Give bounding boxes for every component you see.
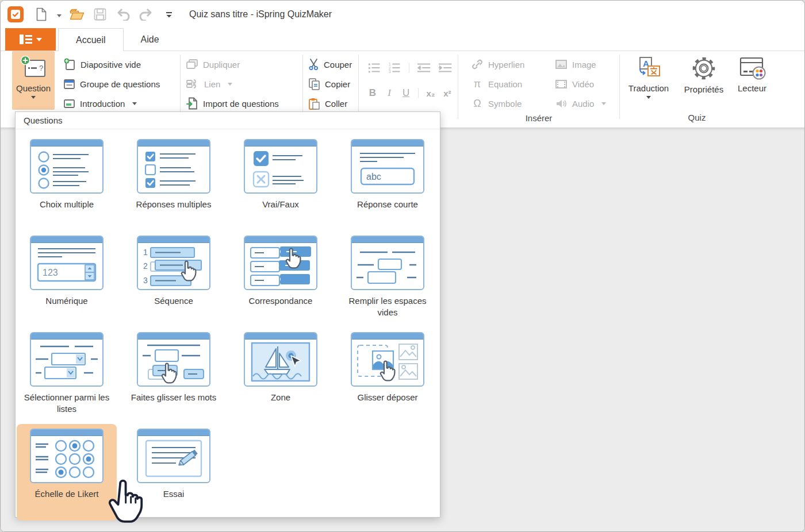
symbole-button: Ω Symbole xyxy=(466,94,546,113)
tile-remplir-espaces-vides[interactable]: Remplir les espaces vides xyxy=(338,231,438,327)
new-document-button[interactable] xyxy=(34,7,49,22)
title-bar: Quiz sans titre - iSpring QuizMaker xyxy=(1,1,804,28)
import-icon xyxy=(186,97,198,110)
omega-icon: Ω xyxy=(471,98,483,110)
choix-multiple-icon xyxy=(30,139,103,194)
equation-button: π Equation xyxy=(466,74,546,94)
tab-row: Accueil Aide xyxy=(1,28,804,51)
app-window: Quiz sans titre - iSpring QuizMaker Accu… xyxy=(0,0,805,532)
svg-text:?: ? xyxy=(39,64,43,72)
decrease-indent-icon xyxy=(417,63,431,73)
insert-group: Hyperlien π Equation Ω Symbole Image xyxy=(458,51,619,127)
sequence-icon: 1 2 3 xyxy=(137,236,210,290)
link-icon xyxy=(186,79,199,88)
diapositive-vide-button[interactable]: Diapositive vide xyxy=(58,55,180,74)
chevron-down-icon xyxy=(132,102,137,105)
blank-slide-icon xyxy=(64,58,75,71)
tab-accueil[interactable]: Accueil xyxy=(58,28,124,51)
chevron-down-icon xyxy=(36,38,42,41)
remplir-espaces-icon xyxy=(351,236,424,290)
toolbar-options-icon xyxy=(166,11,172,18)
image-icon xyxy=(555,60,567,69)
tile-echelle-de-likert[interactable]: Échelle de Likert xyxy=(17,424,117,521)
correspondance-icon xyxy=(244,236,317,290)
video-icon xyxy=(555,80,567,88)
menu-icon xyxy=(20,34,32,44)
glisser-deposer-icon xyxy=(351,332,424,387)
player-palette-icon xyxy=(738,56,766,80)
separator xyxy=(409,63,409,73)
undo-button xyxy=(116,7,131,22)
lecteur-button[interactable]: Lecteur xyxy=(731,51,773,93)
import-de-questions-button[interactable]: Import de questions xyxy=(181,94,302,113)
tile-vrai-faux[interactable]: Vrai/Faux xyxy=(231,134,331,231)
hyperlien-button: Hyperlien xyxy=(466,55,546,74)
paste-icon xyxy=(309,98,320,110)
svg-text:3: 3 xyxy=(389,70,391,74)
clipboard-group: Couper Copier Coller xyxy=(303,51,358,113)
tile-reponses-multiples[interactable]: Réponses multiples xyxy=(124,134,224,231)
pi-icon: π xyxy=(471,78,483,90)
tile-faites-glisser-mots[interactable]: Faites glisser les mots xyxy=(124,327,224,424)
hand-cursor-icon xyxy=(104,476,145,529)
tile-reponse-courte[interactable]: abc Réponse courte xyxy=(338,134,438,231)
separator xyxy=(418,88,419,98)
proprietes-button[interactable]: Propriétés xyxy=(676,51,731,94)
svg-text:123: 123 xyxy=(43,268,58,277)
bold-button: B xyxy=(368,87,377,99)
tile-sequence[interactable]: 1 2 3 Séquence xyxy=(124,231,224,327)
redo-button xyxy=(139,7,154,22)
open-button[interactable] xyxy=(70,7,85,22)
chevron-down-icon xyxy=(228,83,232,86)
app-icon xyxy=(7,6,24,22)
introduction-button[interactable]: Introduction xyxy=(58,94,180,113)
video-button: Vidéo xyxy=(550,74,612,94)
customize-quick-access-button[interactable] xyxy=(162,7,177,22)
copier-button[interactable]: Copier xyxy=(303,74,358,94)
italic-button: I xyxy=(385,87,394,99)
tile-selectionner-listes[interactable]: Sélectionner parmi les listes xyxy=(17,327,117,424)
gear-icon xyxy=(691,56,717,81)
audio-button: Audio xyxy=(550,94,612,113)
quiz-group-label: Quiz xyxy=(688,113,706,127)
groupe-de-questions-button[interactable]: Groupe de questions xyxy=(58,74,180,94)
edit-group: Dupliquer Lien Import de questions xyxy=(181,51,302,113)
subscript-button: x₂ xyxy=(426,88,435,98)
image-button: Image xyxy=(550,55,612,74)
quiz-group: A Traduction Propriétés xyxy=(620,51,774,127)
lien-button: Lien xyxy=(181,74,302,94)
numerique-icon: 123 xyxy=(30,236,103,290)
save-icon xyxy=(94,8,106,21)
selectionner-listes-icon xyxy=(30,332,103,387)
new-document-dropdown[interactable] xyxy=(57,9,62,20)
undo-icon xyxy=(116,8,131,21)
traduction-button[interactable]: A Traduction xyxy=(621,51,676,99)
couper-button[interactable]: Couper xyxy=(303,55,358,74)
copy-icon xyxy=(309,78,320,90)
underline-button: U xyxy=(401,87,411,99)
faites-glisser-icon xyxy=(137,332,210,387)
add-question-icon: ? xyxy=(20,56,47,80)
tile-correspondance[interactable]: Correspondance xyxy=(231,231,331,327)
chevron-down-icon xyxy=(31,96,36,99)
coller-button[interactable]: Coller xyxy=(303,94,358,113)
redo-icon xyxy=(139,8,154,21)
svg-text:3: 3 xyxy=(143,276,148,285)
tile-choix-multiple[interactable]: Choix multiple xyxy=(17,134,117,231)
superscript-button: x² xyxy=(443,88,452,98)
question-button[interactable]: ? Question xyxy=(12,51,55,110)
question-button-label: Question xyxy=(16,83,51,93)
tile-numerique[interactable]: 123 Numérique xyxy=(17,231,117,327)
questions-panel-header: Questions xyxy=(16,112,440,129)
reponse-courte-icon: abc xyxy=(351,139,424,194)
tile-zone[interactable]: Zone xyxy=(231,327,331,424)
tab-aide[interactable]: Aide xyxy=(124,28,177,51)
main-menu-button[interactable] xyxy=(5,28,56,51)
new-document-icon xyxy=(36,7,47,21)
quick-access-toolbar xyxy=(34,7,177,22)
tile-glisser-deposer[interactable]: Glisser déposer xyxy=(338,327,438,424)
svg-text:abc: abc xyxy=(366,172,381,182)
open-folder-icon xyxy=(70,9,85,20)
bullet-list-icon xyxy=(368,62,381,74)
translation-icon: A xyxy=(635,56,662,80)
